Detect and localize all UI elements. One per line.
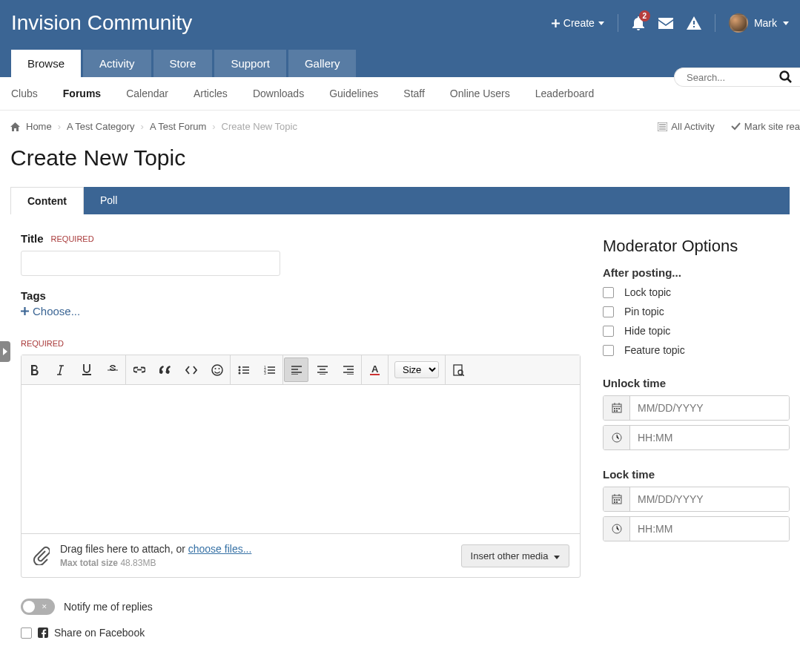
user-menu[interactable]: Mark (729, 13, 789, 33)
emoji-button[interactable] (204, 355, 230, 384)
size-select[interactable]: Size (394, 361, 439, 378)
subnav-clubs[interactable]: Clubs (11, 77, 38, 110)
warning-icon (687, 16, 701, 30)
create-label: Create (563, 17, 595, 29)
insert-media-button[interactable]: Insert other media (461, 544, 569, 567)
subnav-calendar[interactable]: Calendar (126, 77, 168, 110)
required-badge: REQUIRED (21, 339, 64, 348)
share-fb-checkbox[interactable] (21, 627, 32, 639)
calendar-icon (612, 403, 622, 413)
reports-button[interactable] (687, 16, 701, 30)
editor-toolbar: 123 A Size (22, 355, 580, 385)
avatar (729, 13, 748, 33)
title-label: Title (21, 232, 44, 245)
site-title[interactable]: Invision Community (11, 11, 192, 35)
attach-text: Drag files here to attach, or choose fil… (60, 543, 251, 555)
nav-store[interactable]: Store (153, 50, 213, 77)
user-name: Mark (754, 17, 777, 29)
subnav-leaderboard[interactable]: Leaderboard (535, 77, 594, 110)
title-input[interactable] (21, 251, 280, 276)
nav-gallery[interactable]: Gallery (288, 50, 357, 77)
subnav-guidelines[interactable]: Guidelines (329, 77, 378, 110)
lock-time-input[interactable] (630, 517, 789, 541)
ol-button[interactable]: 123 (257, 355, 282, 384)
subnav-staff[interactable]: Staff (403, 77, 425, 110)
activity-icon (658, 122, 667, 131)
search-icon[interactable] (779, 70, 793, 84)
nav-activity[interactable]: Activity (83, 50, 151, 77)
messages-button[interactable] (658, 18, 673, 29)
bold-button[interactable] (22, 355, 47, 384)
breadcrumb-current: Create New Topic (222, 121, 297, 132)
hide-checkbox[interactable] (603, 326, 614, 337)
after-posting-label: After posting... (603, 266, 790, 279)
svg-point-7 (239, 372, 241, 374)
paperclip-icon (32, 546, 50, 565)
italic-button[interactable] (47, 355, 73, 384)
tab-poll[interactable]: Poll (84, 187, 133, 214)
create-button[interactable]: Create (552, 17, 604, 29)
choose-files-link[interactable]: choose files... (188, 543, 252, 555)
notify-label: Notify me of replies (64, 601, 153, 613)
envelope-icon (658, 18, 673, 29)
editor-textarea[interactable] (22, 385, 580, 533)
subnav-downloads[interactable]: Downloads (253, 77, 304, 110)
clock-icon (612, 524, 622, 534)
side-drawer-handle[interactable] (0, 341, 10, 362)
share-fb-label: Share on Facebook (54, 627, 145, 639)
search-box[interactable] (674, 67, 800, 87)
feature-checkbox[interactable] (603, 345, 614, 356)
breadcrumb-category[interactable]: A Test Category (67, 121, 135, 132)
unlock-label: Unlock time (603, 377, 790, 389)
chevron-right-icon (3, 348, 8, 355)
code-button[interactable] (178, 355, 204, 384)
svg-point-6 (239, 369, 241, 371)
plus-icon (552, 19, 560, 27)
text-color-button[interactable]: A (362, 355, 388, 384)
all-activity-link[interactable]: All Activity (658, 121, 715, 132)
lock-checkbox[interactable] (603, 287, 614, 298)
home-icon (10, 122, 20, 131)
breadcrumb-home[interactable]: Home (26, 121, 52, 132)
nav-support[interactable]: Support (214, 50, 286, 77)
unlock-date-input[interactable] (630, 396, 789, 420)
unlock-time-input[interactable] (630, 426, 789, 449)
breadcrumb-forum[interactable]: A Test Forum (150, 121, 206, 132)
subnav-online[interactable]: Online Users (450, 77, 510, 110)
calendar-icon (612, 494, 622, 504)
lock-time-label: Lock time (603, 468, 790, 481)
moderator-title: Moderator Options (603, 237, 790, 256)
svg-point-0 (781, 72, 789, 80)
mark-read-link[interactable]: Mark site rea (731, 121, 800, 132)
feature-label: Feature topic (624, 344, 685, 356)
preview-button[interactable] (446, 355, 472, 384)
pin-checkbox[interactable] (603, 306, 614, 317)
link-button[interactable] (126, 355, 152, 384)
search-input[interactable] (687, 72, 779, 83)
align-right-button[interactable] (335, 355, 361, 384)
strike-button[interactable] (99, 355, 125, 384)
subnav-forums[interactable]: Forums (63, 77, 101, 110)
svg-point-3 (214, 368, 216, 369)
lock-date-input[interactable] (630, 487, 789, 511)
plus-icon (21, 307, 29, 315)
check-icon (731, 122, 741, 131)
underline-button[interactable] (73, 355, 99, 384)
pin-label: Pin topic (624, 306, 664, 317)
caret-down-icon (783, 22, 789, 25)
subnav-articles[interactable]: Articles (194, 77, 228, 110)
ul-button[interactable] (231, 355, 257, 384)
quote-button[interactable] (152, 355, 178, 384)
tab-content[interactable]: Content (10, 187, 84, 214)
svg-text:3: 3 (264, 371, 266, 375)
align-left-button[interactable] (284, 358, 308, 382)
notify-toggle[interactable]: ✕ (21, 599, 55, 615)
nav-browse[interactable]: Browse (11, 50, 81, 77)
form-tabs: Content Poll (10, 187, 790, 214)
align-center-button[interactable] (309, 355, 335, 384)
page-title: Create New Topic (0, 142, 800, 187)
notifications-button[interactable]: 2 (632, 16, 645, 30)
svg-point-4 (218, 368, 219, 369)
choose-tags-button[interactable]: Choose... (21, 305, 581, 317)
notification-badge: 2 (639, 10, 650, 22)
